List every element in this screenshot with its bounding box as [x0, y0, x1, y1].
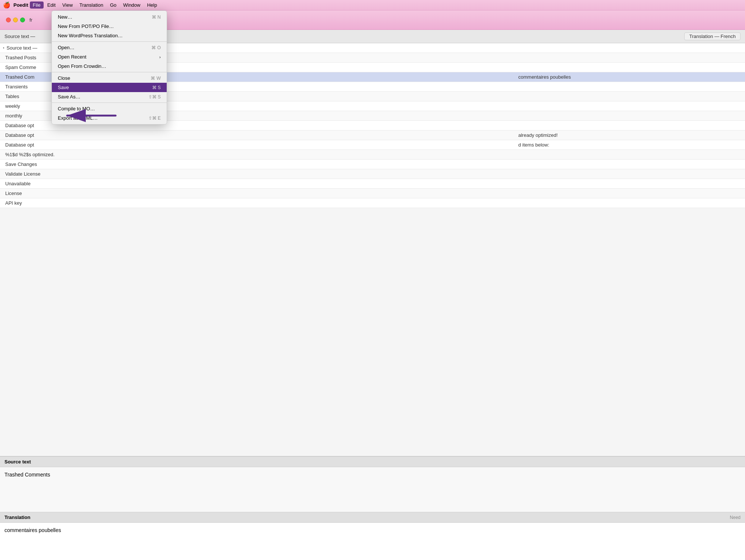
- menu-separator-3: [52, 103, 167, 103]
- source-panel-header: Source text: [0, 457, 745, 467]
- list-item[interactable]: Database opt d items below:: [0, 140, 745, 150]
- bottom-section: Source text Trashed Comments Translation…: [0, 456, 745, 560]
- dot-indicator: •: [3, 46, 4, 50]
- menu-item-new-wp-label: New WordPress Translation…: [58, 33, 123, 38]
- list-item[interactable]: Database opt already optimized!: [0, 130, 745, 140]
- menu-item-open-label: Open…: [58, 45, 75, 50]
- menu-item-open-recent[interactable]: Open Recent ›: [52, 52, 167, 62]
- minimize-button[interactable]: [13, 18, 18, 22]
- translation-panel-header: Translation Need: [0, 512, 745, 523]
- app-name: Poedit: [13, 2, 28, 8]
- translation-panel: Translation Need commentaires poubelles: [0, 512, 745, 560]
- menu-item-new-from-pot-label: New From POT/PO File…: [58, 23, 114, 29]
- menu-item-close-label: Close: [58, 75, 70, 81]
- menu-item-new[interactable]: New… ⌘ N: [52, 12, 167, 22]
- menu-item-save-as-shortcut: ⇧⌘ S: [148, 94, 161, 100]
- menu-item-new-shortcut: ⌘ N: [152, 15, 161, 20]
- menu-item-save[interactable]: Save ⌘ S: [52, 83, 167, 92]
- row-translation: d items below:: [518, 142, 742, 148]
- row-source: Database opt: [5, 142, 518, 148]
- menu-item-open-recent-label: Open Recent: [58, 54, 87, 60]
- menu-file[interactable]: File: [30, 1, 44, 9]
- menu-item-open-shortcut: ⌘ O: [151, 45, 161, 50]
- row-translation: commentaires poubelles: [518, 74, 742, 80]
- menu-bar-items: File Edit View Translation Go Window Hel…: [30, 1, 160, 9]
- translation-panel-content[interactable]: commentaires poubelles: [0, 523, 745, 560]
- apple-menu-icon[interactable]: 🍎: [3, 1, 10, 9]
- list-item[interactable]: Save Changes: [0, 160, 745, 169]
- row-source: License: [5, 191, 518, 196]
- menu-item-close[interactable]: Close ⌘ W: [52, 73, 167, 83]
- menu-go[interactable]: Go: [107, 1, 119, 9]
- menu-item-compile-mo[interactable]: Compile to MO…: [52, 104, 167, 113]
- menu-item-open-crowdin-label: Open From Crowdin…: [58, 63, 106, 69]
- list-item[interactable]: API key: [0, 198, 745, 208]
- menu-separator-2: [52, 72, 167, 72]
- menu-item-export-html-shortcut: ⇧⌘ E: [148, 116, 161, 121]
- menu-window[interactable]: Window: [120, 1, 143, 9]
- menu-help[interactable]: Help: [144, 1, 160, 9]
- list-item[interactable]: Unavailable: [0, 179, 745, 189]
- list-item[interactable]: %1$d %2$s optimized.: [0, 150, 745, 160]
- menu-item-save-as-label: Save As…: [58, 94, 81, 100]
- source-text-value: Trashed Comments: [4, 472, 50, 478]
- row-translation: already optimized!: [518, 132, 742, 138]
- menu-item-save-as[interactable]: Save As… ⇧⌘ S: [52, 92, 167, 101]
- menu-item-new-wp[interactable]: New WordPress Translation…: [52, 31, 167, 40]
- close-button[interactable]: [6, 18, 11, 22]
- menu-item-open-crowdin[interactable]: Open From Crowdin…: [52, 62, 167, 71]
- menu-translation[interactable]: Translation: [76, 1, 106, 9]
- menu-item-new-from-pot[interactable]: New From POT/PO File…: [52, 22, 167, 31]
- menu-bar: 🍎 Poedit File Edit View Translation Go W…: [0, 0, 745, 10]
- maximize-button[interactable]: [20, 18, 25, 22]
- source-panel-content: Trashed Comments: [0, 467, 745, 512]
- translation-col-header: Translation — French: [684, 32, 741, 40]
- list-item[interactable]: License: [0, 189, 745, 198]
- source-panel-label: Source text: [4, 459, 31, 465]
- translation-panel-label: Translation: [4, 515, 730, 520]
- row-source: %1$d %2$s optimized.: [5, 152, 518, 157]
- source-panel: Source text Trashed Comments: [0, 457, 745, 512]
- menu-item-export-html-label: Export as HTML…: [58, 115, 98, 121]
- menu-item-open[interactable]: Open… ⌘ O: [52, 43, 167, 52]
- menu-item-save-shortcut: ⌘ S: [152, 85, 161, 90]
- menu-item-compile-mo-label: Compile to MO…: [58, 106, 95, 111]
- traffic-lights: [6, 18, 25, 22]
- need-label: Need: [730, 515, 741, 520]
- row-source: Database opt: [5, 132, 518, 138]
- menu-item-close-shortcut: ⌘ W: [151, 76, 161, 81]
- menu-item-export-html[interactable]: Export as HTML… ⇧⌘ E: [52, 113, 167, 123]
- arrow-right-icon: ›: [159, 55, 161, 59]
- menu-view[interactable]: View: [59, 1, 76, 9]
- row-source: Save Changes: [5, 161, 518, 167]
- file-menu: New… ⌘ N New From POT/PO File… New WordP…: [51, 10, 167, 125]
- row-source: API key: [5, 200, 518, 206]
- row-source: Validate License: [5, 171, 518, 177]
- translation-text-value: commentaires poubelles: [4, 527, 61, 533]
- row-source: Unavailable: [5, 181, 518, 186]
- window-title: fr: [29, 17, 32, 23]
- menu-edit[interactable]: Edit: [44, 1, 59, 9]
- menu-item-new-label: New…: [58, 14, 72, 20]
- menu-item-save-label: Save: [58, 85, 69, 90]
- list-item[interactable]: Validate License: [0, 169, 745, 179]
- menu-separator-1: [52, 41, 167, 42]
